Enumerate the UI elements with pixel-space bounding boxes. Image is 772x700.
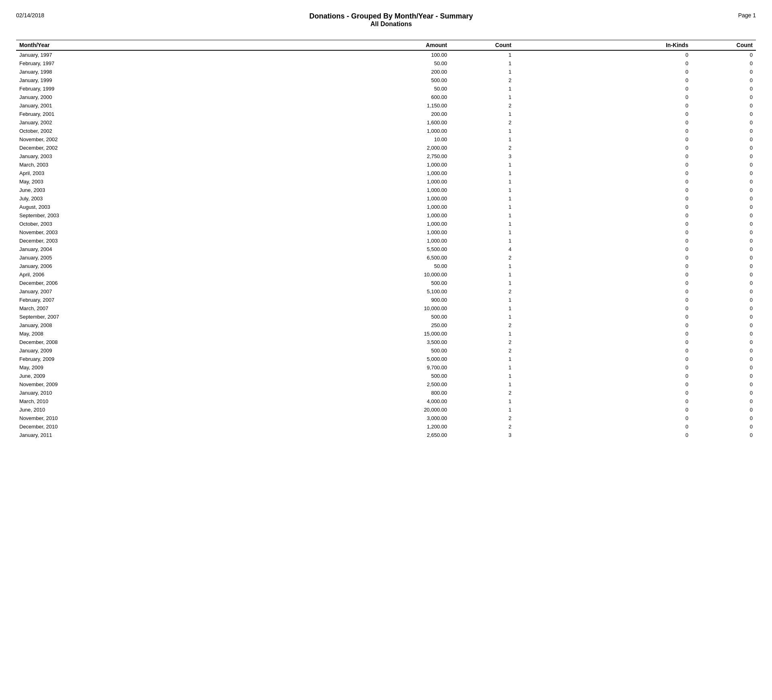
table-row: June, 2009500.00100 — [16, 372, 756, 380]
cell-count2: 0 — [692, 50, 756, 59]
cell-count2: 0 — [692, 237, 756, 245]
cell-count1: 1 — [450, 68, 515, 76]
cell-count2: 0 — [692, 144, 756, 152]
cell-inkinds: 0 — [515, 414, 692, 422]
cell-inkinds: 0 — [515, 262, 692, 270]
page-number: Page 1 — [738, 12, 756, 19]
cell-count2: 0 — [692, 68, 756, 76]
cell-count2: 0 — [692, 110, 756, 118]
cell-inkinds: 0 — [515, 329, 692, 338]
cell-count2: 0 — [692, 355, 756, 363]
cell-count1: 1 — [450, 372, 515, 380]
cell-count1: 1 — [450, 169, 515, 177]
cell-count1: 1 — [450, 397, 515, 406]
column-header-count1: Count — [450, 40, 515, 51]
cell-count1: 3 — [450, 152, 515, 161]
table-row: January, 2009500.00200 — [16, 346, 756, 355]
cell-inkinds: 0 — [515, 59, 692, 68]
cell-count1: 4 — [450, 245, 515, 253]
cell-inkinds: 0 — [515, 380, 692, 389]
table-row: December, 20031,000.00100 — [16, 237, 756, 245]
cell-inkinds: 0 — [515, 422, 692, 431]
cell-amount: 500.00 — [322, 279, 450, 287]
cell-amount: 1,600.00 — [322, 118, 450, 127]
cell-inkinds: 0 — [515, 186, 692, 194]
cell-count2: 0 — [692, 431, 756, 439]
table-row: November, 20092,500.00100 — [16, 380, 756, 389]
cell-inkinds: 0 — [515, 313, 692, 321]
table-row: February, 199750.00100 — [16, 59, 756, 68]
cell-month: December, 2003 — [16, 237, 322, 245]
cell-month: January, 1997 — [16, 50, 322, 59]
cell-month: May, 2008 — [16, 329, 322, 338]
cell-month: January, 2009 — [16, 346, 322, 355]
cell-count2: 0 — [692, 253, 756, 262]
cell-inkinds: 0 — [515, 93, 692, 101]
cell-count2: 0 — [692, 135, 756, 144]
cell-inkinds: 0 — [515, 355, 692, 363]
table-row: December, 2006500.00100 — [16, 279, 756, 287]
cell-count2: 0 — [692, 177, 756, 186]
table-row: January, 2000600.00100 — [16, 93, 756, 101]
cell-amount: 500.00 — [322, 313, 450, 321]
table-row: May, 200815,000.00100 — [16, 329, 756, 338]
main-title: Donations - Grouped By Month/Year - Summ… — [44, 12, 738, 21]
cell-month: October, 2003 — [16, 220, 322, 228]
cell-inkinds: 0 — [515, 50, 692, 59]
cell-month: June, 2003 — [16, 186, 322, 194]
cell-count1: 1 — [450, 380, 515, 389]
cell-month: December, 2002 — [16, 144, 322, 152]
cell-amount: 1,200.00 — [322, 422, 450, 431]
table-row: November, 20103,000.00200 — [16, 414, 756, 422]
cell-month: January, 2005 — [16, 253, 322, 262]
cell-amount: 1,000.00 — [322, 228, 450, 237]
report-title: Donations - Grouped By Month/Year - Summ… — [44, 12, 738, 28]
cell-count2: 0 — [692, 194, 756, 203]
cell-count2: 0 — [692, 397, 756, 406]
cell-month: June, 2009 — [16, 372, 322, 380]
table-row: October, 20021,000.00100 — [16, 127, 756, 135]
cell-count1: 1 — [450, 59, 515, 68]
cell-month: September, 2007 — [16, 313, 322, 321]
cell-month: January, 2003 — [16, 152, 322, 161]
cell-amount: 2,650.00 — [322, 431, 450, 439]
cell-inkinds: 0 — [515, 363, 692, 372]
table-row: June, 20031,000.00100 — [16, 186, 756, 194]
cell-inkinds: 0 — [515, 161, 692, 169]
cell-month: February, 2009 — [16, 355, 322, 363]
cell-inkinds: 0 — [515, 270, 692, 279]
cell-count2: 0 — [692, 296, 756, 304]
cell-count2: 0 — [692, 152, 756, 161]
cell-count2: 0 — [692, 422, 756, 431]
cell-count2: 0 — [692, 84, 756, 93]
cell-amount: 5,100.00 — [322, 287, 450, 296]
cell-amount: 900.00 — [322, 296, 450, 304]
cell-count2: 0 — [692, 245, 756, 253]
cell-month: February, 1999 — [16, 84, 322, 93]
cell-count2: 0 — [692, 101, 756, 110]
cell-amount: 2,500.00 — [322, 380, 450, 389]
cell-month: January, 2008 — [16, 321, 322, 329]
cell-count2: 0 — [692, 372, 756, 380]
cell-count2: 0 — [692, 127, 756, 135]
cell-amount: 800.00 — [322, 389, 450, 397]
table-row: August, 20031,000.00100 — [16, 203, 756, 211]
column-header-inkinds: In-Kinds — [515, 40, 692, 51]
cell-count2: 0 — [692, 59, 756, 68]
cell-inkinds: 0 — [515, 245, 692, 253]
table-row: November, 200210.00100 — [16, 135, 756, 144]
cell-inkinds: 0 — [515, 431, 692, 439]
cell-amount: 1,000.00 — [322, 186, 450, 194]
cell-amount: 1,000.00 — [322, 211, 450, 220]
cell-inkinds: 0 — [515, 135, 692, 144]
cell-amount: 500.00 — [322, 346, 450, 355]
cell-count2: 0 — [692, 211, 756, 220]
cell-month: December, 2010 — [16, 422, 322, 431]
cell-count1: 1 — [450, 262, 515, 270]
cell-amount: 50.00 — [322, 262, 450, 270]
table-row: May, 20099,700.00100 — [16, 363, 756, 372]
cell-inkinds: 0 — [515, 220, 692, 228]
cell-count2: 0 — [692, 329, 756, 338]
cell-month: February, 1997 — [16, 59, 322, 68]
cell-month: January, 2002 — [16, 118, 322, 127]
